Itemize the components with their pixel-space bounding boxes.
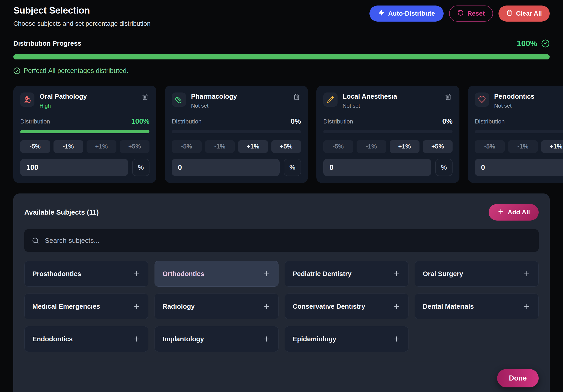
card-status: Not set	[191, 102, 287, 109]
rotate-ccw-icon	[457, 10, 464, 18]
delete-card-button[interactable]	[141, 92, 150, 102]
reset-label: Reset	[467, 10, 485, 17]
card-progress-track	[323, 130, 453, 133]
stepper-1-button: -1%	[508, 140, 538, 153]
auto-distribute-label: Auto-Distribute	[388, 10, 435, 17]
add-all-button[interactable]: Add All	[489, 204, 539, 221]
percentage-input[interactable]	[20, 159, 128, 176]
distribution-progress-track	[13, 54, 550, 59]
stepper-1-button: -1%	[357, 140, 386, 153]
percent-suffix: %	[435, 159, 453, 176]
delete-card-button[interactable]	[292, 92, 301, 102]
stepper-5-button: -5%	[172, 140, 202, 153]
distribution-progress-label: Distribution Progress	[13, 40, 81, 47]
subject-option[interactable]: Endodontics	[24, 326, 148, 352]
plus-icon	[497, 208, 504, 217]
available-subjects-panel: Available Subjects (11) Add All Prosthod…	[13, 193, 550, 392]
subject-option[interactable]: Orthodontics	[154, 261, 279, 287]
plus-icon	[132, 335, 140, 343]
subject-option[interactable]: Medical Emergencies	[24, 293, 148, 319]
stepper-5-button[interactable]: +5%	[423, 140, 453, 153]
subject-option-label: Prosthodontics	[32, 270, 81, 278]
distribution-status-message: Perfect! All percentages distributed.	[13, 67, 550, 75]
percentage-input[interactable]	[475, 159, 563, 176]
card-status: Not set	[494, 102, 563, 109]
plus-icon	[393, 270, 400, 278]
stepper-row: -5%-1%+1%+5%	[20, 140, 150, 153]
subjects-grid: Prosthodontics Orthodontics Pediatric De…	[24, 261, 539, 352]
subject-option[interactable]: Pediatric Dentistry	[285, 261, 409, 287]
subject-option[interactable]: Dental Materials	[415, 293, 539, 319]
stepper-5-button: +5%	[120, 140, 150, 153]
plus-icon	[132, 303, 140, 310]
zap-icon	[378, 10, 384, 18]
card-title: Oral Pathology	[39, 93, 136, 100]
subject-option[interactable]: Prosthodontics	[24, 261, 148, 287]
trash-icon	[506, 10, 512, 17]
search-bar	[24, 229, 539, 252]
add-all-label: Add All	[508, 209, 530, 216]
card-progress-track	[20, 130, 150, 133]
subject-option-label: Endodontics	[32, 335, 73, 343]
subject-option[interactable]: Oral Surgery	[415, 261, 539, 287]
stepper-1-button[interactable]: +1%	[390, 140, 420, 153]
subject-option[interactable]: Radiology	[154, 293, 279, 319]
percentage-input[interactable]	[172, 159, 280, 176]
distribution-label: Distribution	[475, 118, 505, 125]
syringe-icon	[323, 92, 337, 107]
heart-icon	[475, 92, 489, 107]
check-circle-icon	[541, 39, 550, 48]
search-icon	[32, 237, 39, 244]
plus-icon	[263, 335, 270, 343]
available-subjects-title: Available Subjects (11)	[24, 208, 99, 216]
stepper-1-button[interactable]: -1%	[53, 140, 83, 153]
delete-card-button[interactable]	[444, 92, 453, 102]
stepper-row: -5%-1%+1%+5%	[323, 140, 453, 153]
page-title: Subject Selection	[13, 5, 151, 16]
card-progress-fill	[20, 130, 150, 133]
stepper-5-button[interactable]: -5%	[20, 140, 50, 153]
stepper-5-button: -5%	[323, 140, 353, 153]
card-progress-track	[475, 130, 563, 133]
card-title: Local Anesthesia	[343, 93, 439, 100]
page-subtitle: Choose subjects and set percentage distr…	[13, 20, 151, 27]
stepper-1-button[interactable]: +1%	[238, 140, 268, 153]
subject-option-label: Dental Materials	[423, 303, 474, 310]
percentage-input[interactable]	[323, 159, 431, 176]
header-actions: Auto-Distribute Reset Clear All	[370, 5, 550, 22]
clear-all-button[interactable]: Clear All	[499, 5, 550, 22]
plus-icon	[263, 270, 270, 278]
stepper-1-button[interactable]: +1%	[541, 140, 563, 153]
microscope-icon	[20, 92, 34, 107]
plus-icon	[523, 303, 531, 310]
pill-icon	[172, 92, 186, 107]
plus-icon	[263, 303, 270, 310]
percent-suffix: %	[284, 159, 301, 176]
stepper-5-button[interactable]: +5%	[271, 140, 301, 153]
subject-option[interactable]: Epidemiology	[285, 326, 409, 352]
reset-button[interactable]: Reset	[449, 5, 493, 22]
trash-icon	[142, 98, 149, 101]
subject-option-label: Conservative Dentistry	[293, 303, 365, 310]
distribution-label: Distribution	[20, 118, 50, 125]
plus-icon	[393, 303, 400, 310]
card-progress-track	[172, 130, 301, 133]
subject-option-label: Medical Emergencies	[32, 303, 100, 310]
done-button[interactable]: Done	[497, 369, 539, 387]
search-input[interactable]	[45, 237, 531, 244]
distribution-progress-value: 100%	[517, 39, 537, 48]
subject-option[interactable]: Conservative Dentistry	[285, 293, 409, 319]
plus-icon	[523, 270, 531, 278]
check-circle-icon	[13, 67, 20, 74]
percent-suffix: %	[132, 159, 150, 176]
stepper-1-button: +1%	[87, 140, 116, 153]
distribution-progress-fill	[13, 54, 550, 59]
subject-option[interactable]: Implantology	[154, 326, 279, 352]
trash-icon	[293, 98, 300, 101]
distribution-label: Distribution	[323, 118, 353, 125]
trash-icon	[445, 98, 452, 101]
plus-icon	[132, 270, 140, 278]
subject-card: Periodontics Not set Distribution 0% -5%…	[468, 86, 563, 183]
card-status: High	[39, 102, 136, 109]
auto-distribute-button[interactable]: Auto-Distribute	[370, 5, 444, 22]
